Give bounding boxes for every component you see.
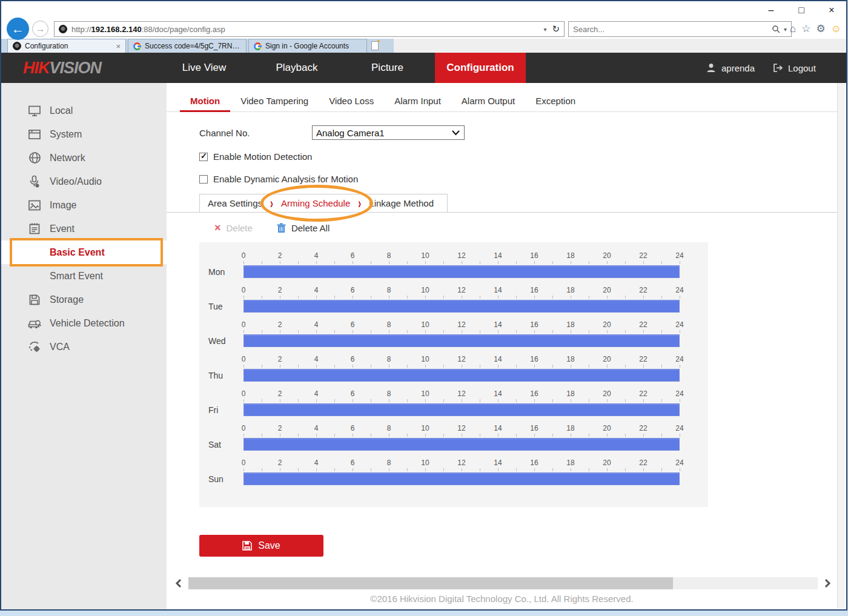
- nav-live-view[interactable]: Live View: [179, 53, 230, 83]
- new-tab-button[interactable]: ✦: [369, 39, 381, 53]
- refresh-icon[interactable]: ↻: [552, 24, 560, 35]
- arming-schedule-grid[interactable]: 024681012141618202224Mon0246810121416182…: [199, 242, 708, 507]
- search-input[interactable]: [573, 25, 772, 34]
- tab-close-icon[interactable]: ×: [116, 42, 121, 51]
- settings-gear-icon[interactable]: ⚙: [816, 22, 825, 35]
- sidebar-item-event[interactable]: Event: [1, 217, 167, 240]
- tab-alarm-input[interactable]: Alarm Input: [384, 92, 451, 112]
- browser-tab-0[interactable]: Configuration×: [7, 39, 126, 53]
- schedule-row-tue[interactable]: 024681012141618202224Tue: [199, 286, 708, 320]
- footer-copyright: ©2016 Hikvision Digital Technology Co., …: [167, 594, 837, 604]
- tab-video-loss[interactable]: Video Loss: [319, 92, 384, 112]
- schedule-bar-track[interactable]: [243, 334, 680, 347]
- forward-button[interactable]: →: [32, 21, 48, 37]
- subtab-arming-schedule[interactable]: Arming Schedule: [273, 198, 358, 208]
- address-dropdown-icon[interactable]: ▾: [543, 26, 546, 33]
- sidebar-item-basic-event[interactable]: Basic Event: [1, 240, 167, 264]
- search-dropdown-icon[interactable]: ▾: [784, 26, 787, 33]
- tab-video-tampering[interactable]: Video Tampering: [230, 92, 319, 112]
- search-icon[interactable]: [772, 25, 780, 33]
- scroll-right-icon[interactable]: [823, 577, 832, 590]
- schedule-row-sat[interactable]: 024681012141618202224Sat: [199, 424, 708, 458]
- schedule-row-fri[interactable]: 024681012141618202224Fri: [199, 389, 708, 423]
- nav-configuration[interactable]: Configuration: [435, 53, 526, 83]
- scrollbar-track[interactable]: [188, 577, 818, 589]
- sidebar-item-image[interactable]: Image: [1, 193, 167, 217]
- sidebar-item-label: Video/Audio: [50, 176, 102, 187]
- scrollbar-thumb[interactable]: [188, 577, 673, 589]
- horizontal-scrollbar[interactable]: [174, 577, 832, 590]
- storage-icon: [27, 294, 42, 306]
- schedule-bar[interactable]: [243, 334, 680, 347]
- schedule-bar[interactable]: [243, 369, 680, 382]
- day-label: Thu: [208, 371, 223, 380]
- schedule-bar-track[interactable]: [243, 300, 680, 313]
- minimize-button[interactable]: –: [765, 3, 777, 18]
- sidebar-item-label: Image: [50, 200, 76, 211]
- schedule-bar-track[interactable]: [243, 403, 680, 416]
- sidebar-item-label: Vehicle Detection: [50, 318, 125, 329]
- close-button[interactable]: ×: [826, 3, 838, 18]
- time-axis: 024681012141618202224: [243, 459, 681, 468]
- schedule-row-mon[interactable]: 024681012141618202224Mon: [199, 251, 708, 285]
- subtab-linkage-method[interactable]: Linkage Method: [361, 198, 442, 208]
- user-menu[interactable]: aprenda: [706, 53, 755, 83]
- scroll-left-icon[interactable]: [174, 577, 184, 590]
- logout-button[interactable]: Logout: [773, 53, 816, 83]
- new-tab-spark-icon: ✦: [376, 39, 381, 44]
- channel-select[interactable]: Analog Camera1: [312, 125, 465, 140]
- maximize-button[interactable]: □: [795, 3, 807, 18]
- schedule-bar-track[interactable]: [243, 369, 680, 382]
- nav-playback[interactable]: Playback: [271, 53, 322, 83]
- search-box[interactable]: ▾: [568, 21, 792, 37]
- time-axis: 024681012141618202224: [243, 251, 681, 260]
- sidebar-item-video-audio[interactable]: Video/Audio: [1, 170, 167, 193]
- schedule-bar[interactable]: [243, 265, 680, 278]
- save-button[interactable]: Save: [199, 535, 323, 557]
- browser-tabs: Configuration×Success code=4/5gC_7RNkmo.…: [1, 39, 394, 53]
- sidebar-item-storage[interactable]: Storage: [1, 288, 167, 311]
- browser-window: – □ × ← → http://192.168.2.140:88/doc/pa…: [0, 0, 847, 611]
- sidebar-item-vca[interactable]: VCA: [1, 335, 167, 359]
- schedule-bar[interactable]: [243, 472, 680, 485]
- schedule-bar-track[interactable]: [243, 438, 680, 451]
- vertical-scrollbar[interactable]: [837, 83, 845, 608]
- day-label: Sat: [208, 440, 221, 449]
- tab-alarm-output[interactable]: Alarm Output: [451, 92, 525, 112]
- schedule-bar-track[interactable]: [243, 472, 680, 485]
- back-button[interactable]: ←: [7, 18, 29, 40]
- checkbox-unchecked[interactable]: [199, 175, 208, 184]
- checkbox-checked[interactable]: [199, 153, 208, 161]
- monitor-icon: [27, 105, 42, 117]
- feedback-smiley-icon[interactable]: ☺: [831, 23, 841, 35]
- delete-button[interactable]: × Delete: [214, 222, 253, 233]
- subtab-area-settings[interactable]: Area Settings: [200, 198, 270, 208]
- sidebar-item-network[interactable]: Network: [1, 146, 167, 170]
- favorites-star-icon[interactable]: ☆: [801, 22, 810, 35]
- sidebar-item-local[interactable]: Local: [1, 99, 167, 122]
- address-bar[interactable]: http://192.168.2.140:88/doc/page/config.…: [54, 21, 565, 37]
- sidebar-item-system[interactable]: System: [1, 122, 167, 146]
- sidebar-item-smart-event[interactable]: Smart Event: [1, 264, 167, 288]
- time-axis-ticks: [243, 295, 681, 299]
- schedule-row-wed[interactable]: 024681012141618202224Wed: [199, 320, 708, 354]
- schedule-row-sun[interactable]: 024681012141618202224Sun: [199, 459, 708, 492]
- tab-motion[interactable]: Motion: [180, 92, 230, 112]
- home-icon[interactable]: ⌂: [790, 23, 796, 35]
- channel-label: Channel No.: [199, 128, 312, 138]
- browser-tab-2[interactable]: Sign in - Google Accounts: [248, 39, 367, 53]
- checkbox-label: Enable Dynamic Analysis for Motion: [213, 174, 358, 184]
- time-axis-ticks: [243, 260, 681, 265]
- schedule-bar[interactable]: [243, 403, 680, 416]
- tab-exception[interactable]: Exception: [525, 92, 586, 112]
- schedule-bar[interactable]: [243, 438, 680, 451]
- schedule-row-thu[interactable]: 024681012141618202224Thu: [199, 355, 708, 389]
- sidebar-item-label: Event: [50, 224, 75, 234]
- schedule-bar-track[interactable]: [243, 265, 680, 278]
- delete-all-button[interactable]: Delete All: [277, 223, 330, 233]
- nav-picture[interactable]: Picture: [365, 53, 410, 83]
- schedule-bar[interactable]: [243, 300, 680, 313]
- subtab-arrow-icon: ›: [270, 195, 273, 211]
- sidebar-item-vehicle-detection[interactable]: Vehicle Detection: [1, 311, 167, 335]
- browser-tab-1[interactable]: Success code=4/5gC_7RNkmo...: [128, 39, 247, 53]
